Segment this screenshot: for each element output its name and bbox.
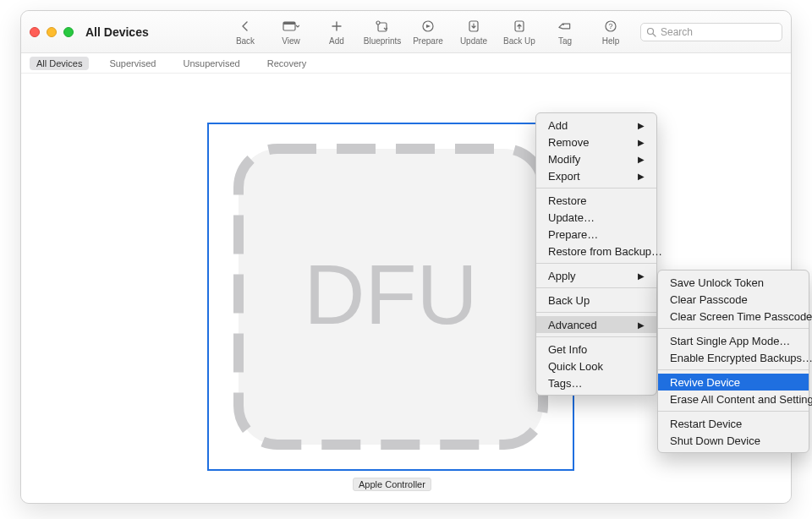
chevron-right-icon: ▶ xyxy=(638,155,645,164)
blueprints-button[interactable]: Blueprints xyxy=(359,18,405,46)
adv-save-unlock-token[interactable]: Save Unlock Token xyxy=(658,274,809,291)
blueprint-icon xyxy=(375,18,390,35)
advanced-submenu: Save Unlock Token Clear Passcode Clear S… xyxy=(657,270,809,453)
ctx-get-info[interactable]: Get Info xyxy=(536,341,656,358)
adv-restart[interactable]: Restart Device xyxy=(658,415,809,432)
tag-button[interactable]: Tag xyxy=(542,18,588,46)
adv-clear-passcode[interactable]: Clear Passcode xyxy=(658,291,809,308)
ctx-restore-backup[interactable]: Restore from Backup… xyxy=(536,243,656,260)
chevron-left-icon xyxy=(239,18,251,35)
backup-button[interactable]: Back Up xyxy=(497,18,542,46)
ctx-apply[interactable]: Apply▶ xyxy=(536,267,656,284)
ctx-advanced[interactable]: Advanced▶ xyxy=(536,316,656,333)
minimize-icon[interactable] xyxy=(47,27,57,37)
add-button[interactable]: Add xyxy=(314,18,359,46)
adv-single-app-mode[interactable]: Start Single App Mode… xyxy=(658,332,809,349)
filter-unsupervised[interactable]: Unsupervised xyxy=(176,57,246,70)
ctx-backup[interactable]: Back Up xyxy=(536,292,656,309)
titlebar: All Devices Back View Add xyxy=(21,11,791,53)
update-button[interactable]: Update xyxy=(451,18,497,46)
ctx-export[interactable]: Export▶ xyxy=(536,167,656,184)
ctx-quick-look[interactable]: Quick Look xyxy=(536,358,656,374)
adv-enable-encrypted[interactable]: Enable Encrypted Backups… xyxy=(658,349,809,366)
menu-separator xyxy=(536,336,656,337)
adv-erase-all[interactable]: Erase All Content and Settings xyxy=(658,391,809,407)
adv-clear-screentime[interactable]: Clear Screen Time Passcode xyxy=(658,308,809,325)
ctx-modify[interactable]: Modify▶ xyxy=(536,150,656,167)
menu-separator xyxy=(536,263,656,264)
menu-separator xyxy=(658,411,809,412)
upload-icon xyxy=(513,18,526,35)
chevron-right-icon: ▶ xyxy=(638,172,645,181)
svg-point-3 xyxy=(376,21,380,25)
prepare-icon xyxy=(421,18,435,35)
filter-bar: All Devices Supervised Unsupervised Reco… xyxy=(21,53,791,74)
adv-revive-device[interactable]: Revive Device xyxy=(658,374,809,391)
view-button[interactable]: View xyxy=(268,18,314,46)
dfu-device-icon: DFU xyxy=(222,136,560,457)
adv-shutdown[interactable]: Shut Down Device xyxy=(658,432,809,449)
download-icon xyxy=(467,18,480,35)
ctx-add[interactable]: Add▶ xyxy=(536,117,656,134)
menu-separator xyxy=(658,369,809,370)
svg-text:?: ? xyxy=(608,22,612,30)
window-controls xyxy=(30,27,74,37)
menu-separator xyxy=(536,312,656,313)
app-window: All Devices Back View Add xyxy=(20,10,792,504)
chevron-right-icon: ▶ xyxy=(638,271,645,281)
chevron-right-icon: ▶ xyxy=(638,138,645,147)
help-button[interactable]: ? Help xyxy=(588,18,634,46)
menu-separator xyxy=(658,328,809,329)
tag-icon xyxy=(558,18,572,35)
svg-line-11 xyxy=(653,34,656,36)
search-icon xyxy=(646,27,656,37)
plus-icon xyxy=(331,18,343,35)
svg-text:DFU: DFU xyxy=(304,247,478,341)
maximize-icon[interactable] xyxy=(63,27,74,37)
ctx-remove[interactable]: Remove▶ xyxy=(536,134,656,150)
ctx-restore[interactable]: Restore xyxy=(536,192,656,209)
filter-all[interactable]: All Devices xyxy=(30,57,89,70)
svg-point-7 xyxy=(562,24,564,25)
ctx-prepare[interactable]: Prepare… xyxy=(536,226,656,243)
window-title: All Devices xyxy=(85,25,149,39)
back-button[interactable]: Back xyxy=(222,18,268,46)
help-icon: ? xyxy=(604,18,617,35)
search-input[interactable]: Search xyxy=(640,23,782,41)
svg-point-10 xyxy=(648,28,654,34)
prepare-button[interactable]: Prepare xyxy=(405,18,451,46)
menu-separator xyxy=(536,287,656,288)
close-icon[interactable] xyxy=(30,27,40,37)
search-placeholder: Search xyxy=(661,26,693,38)
device-label: Apple Controller xyxy=(353,478,431,491)
chevron-right-icon: ▶ xyxy=(638,320,645,330)
ctx-update[interactable]: Update… xyxy=(536,209,656,226)
ctx-tags[interactable]: Tags… xyxy=(536,374,656,391)
device-card[interactable]: DFU xyxy=(207,123,574,471)
grid-icon xyxy=(283,18,299,35)
toolbar: Back View Add Blueprints xyxy=(222,18,782,46)
filter-supervised[interactable]: Supervised xyxy=(102,57,162,70)
context-menu: Add▶ Remove▶ Modify▶ Export▶ Restore Upd… xyxy=(535,112,657,396)
chevron-right-icon: ▶ xyxy=(638,121,645,130)
svg-rect-1 xyxy=(283,22,295,25)
menu-separator xyxy=(536,188,656,188)
filter-recovery[interactable]: Recovery xyxy=(261,57,313,70)
